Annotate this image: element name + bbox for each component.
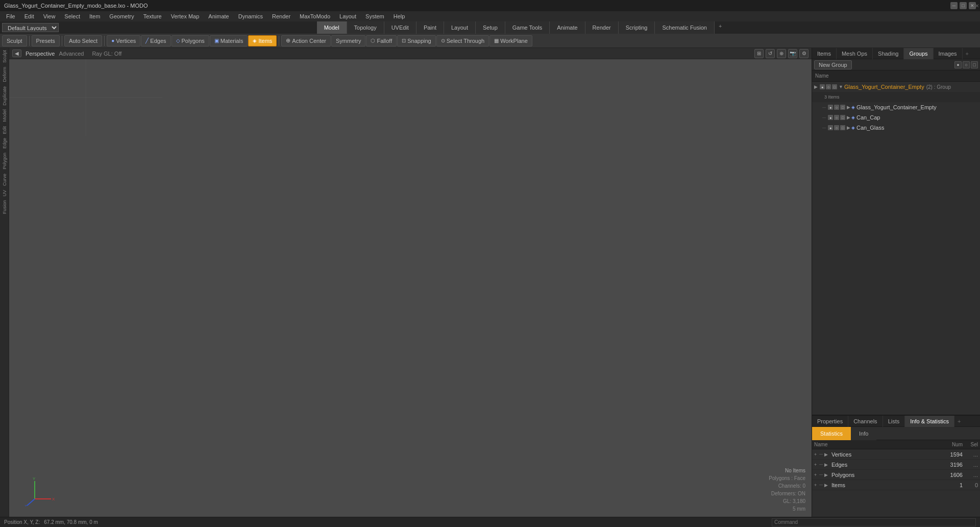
viewport[interactable]: ◀ Perspective Advanced Ray GL: Off ⊞ ↺ ⊕… <box>9 48 812 517</box>
item-vis-g[interactable]: ● <box>828 125 833 130</box>
new-group-button[interactable]: New Group <box>814 60 852 69</box>
menu-edit[interactable]: Edit <box>20 12 38 20</box>
stats-ctrl-e1[interactable]: + <box>814 462 819 467</box>
item-vis-e[interactable]: ○ <box>834 115 839 120</box>
auto-select-button[interactable]: Auto Select <box>64 35 102 46</box>
menu-vertex-map[interactable]: Vertex Map <box>167 12 204 20</box>
maximize-button[interactable]: □ <box>960 2 967 9</box>
lower-tab-add[interactable]: + <box>954 417 964 426</box>
tab-uvedit[interactable]: UVEdit <box>384 21 416 34</box>
menu-file[interactable]: File <box>2 12 19 20</box>
tab-setup[interactable]: Setup <box>476 21 505 34</box>
polygons-button[interactable]: ◇ Polygons <box>172 35 209 46</box>
viewport-nav-prev[interactable]: ◀ <box>12 50 21 57</box>
vis-btn-3[interactable]: □ <box>971 61 978 68</box>
menu-maxtomodo[interactable]: MaxToModo <box>296 12 334 20</box>
viewport-icon-zoom[interactable]: ⊕ <box>777 49 786 58</box>
menu-system[interactable]: System <box>361 12 388 20</box>
item-vis-i[interactable]: □ <box>840 125 845 130</box>
viewport-icon-grid[interactable]: ⊞ <box>754 49 764 58</box>
stats-ctrl-v1[interactable]: + <box>814 452 819 457</box>
command-input[interactable] <box>774 519 973 525</box>
tab-schematic[interactable]: Schematic Fusion <box>655 21 714 34</box>
tab-layout[interactable]: Layout <box>444 21 476 34</box>
stats-row-edges[interactable]: + ─ ▶ Edges 3196 ... <box>812 460 980 470</box>
edges-button[interactable]: ╱ Edges <box>141 35 170 46</box>
sidebar-sculpt[interactable]: Sculpt <box>2 48 7 65</box>
menu-texture[interactable]: Texture <box>139 12 166 20</box>
lower-tab-info-stats[interactable]: Info & Statistics <box>905 416 954 427</box>
item-row-container-empty[interactable]: ─ ● ○ □ ▶ ◈ Glass_Yogurt_Container_Empty <box>812 102 980 112</box>
tab-scripting[interactable]: Scripting <box>619 21 655 34</box>
lower-tab-lists[interactable]: Lists <box>883 416 905 427</box>
layout-select[interactable]: Default Layouts <box>2 23 59 32</box>
snapping-button[interactable]: ⊡ Snapping <box>397 35 436 46</box>
menu-select[interactable]: Select <box>60 12 84 20</box>
sidebar-uv[interactable]: UV <box>2 188 7 199</box>
viewport-icon-settings[interactable]: ⚙ <box>799 49 808 58</box>
symmetry-button[interactable]: Symmetry <box>331 35 366 46</box>
stats-row-items[interactable]: + ─ ▶ Items 1 0 <box>812 480 980 490</box>
right-tab-images[interactable]: Images <box>934 48 963 59</box>
stats-row-vertices[interactable]: + ─ ▶ Vertices 1594 ... <box>812 449 980 460</box>
sidebar-curve[interactable]: Curve <box>2 172 7 188</box>
stats-expand-v1[interactable]: ▶ <box>824 452 830 457</box>
stats-expand-e1[interactable]: ▶ <box>824 462 830 467</box>
tab-paint[interactable]: Paint <box>416 21 444 34</box>
menu-view[interactable]: View <box>39 12 60 20</box>
materials-button[interactable]: ▣ Materials <box>210 35 248 46</box>
stats-ctrl-p1[interactable]: + <box>814 472 819 477</box>
vertices-button[interactable]: ● Vertices <box>107 35 140 46</box>
lower-tab-properties[interactable]: Properties <box>812 416 848 427</box>
tab-model[interactable]: Model <box>317 21 347 34</box>
viewport-icon-camera[interactable]: 📷 <box>788 49 797 58</box>
sidebar-fusion[interactable]: Fusion <box>2 198 7 216</box>
sidebar-edge[interactable]: Edge <box>2 136 7 151</box>
sidebar-duplicate[interactable]: Duplicate <box>2 84 7 108</box>
group-vis-1[interactable]: ● <box>820 84 825 89</box>
menu-animate[interactable]: Animate <box>204 12 233 20</box>
stats-tab-statistics[interactable]: Statistics <box>812 427 851 440</box>
item-vis-b[interactable]: ○ <box>834 105 839 110</box>
tab-topology[interactable]: Topology <box>347 21 384 34</box>
menu-item[interactable]: Item <box>85 12 104 20</box>
falloff-button[interactable]: ⬡ Falloff <box>366 35 397 46</box>
item-row-can-glass[interactable]: ─ ● ○ □ ▶ ◈ Can_Glass <box>812 123 980 133</box>
presets-button[interactable]: Presets <box>32 35 60 46</box>
right-panel-collapse[interactable]: ✕ <box>974 0 980 11</box>
tab-animate[interactable]: Animate <box>550 21 585 34</box>
tab-render[interactable]: Render <box>585 21 619 34</box>
action-center-button[interactable]: ⊕ Action Center <box>281 35 331 46</box>
menu-help[interactable]: Help <box>389 12 409 20</box>
item-vis-c[interactable]: □ <box>840 105 845 110</box>
add-layout-tab[interactable]: + <box>715 21 726 34</box>
group-row-main[interactable]: ▶ ● ○ □ ▼ Glass_Yogurt_Container_Empty (… <box>812 82 980 92</box>
stats-expand-i1[interactable]: ▶ <box>824 483 830 488</box>
stats-tab-info[interactable]: Info <box>851 427 876 440</box>
item-vis-h[interactable]: ○ <box>834 125 839 130</box>
viewport-3d-scene[interactable] <box>9 59 162 136</box>
menu-layout[interactable]: Layout <box>335 12 360 20</box>
item-vis-f[interactable]: □ <box>840 115 845 120</box>
right-tab-add[interactable]: + <box>963 49 972 58</box>
vis-btn-1[interactable]: ● <box>954 61 962 68</box>
item-row-can-cap[interactable]: ─ ● ○ □ ▶ ◈ Can_Cap <box>812 112 980 123</box>
sidebar-deform[interactable]: Deform <box>2 65 7 84</box>
stats-ctrl-i1[interactable]: + <box>814 483 819 488</box>
minimize-button[interactable]: ─ <box>950 2 958 9</box>
workplane-button[interactable]: ▦ WorkPlane <box>489 35 532 46</box>
right-tab-mesh-ops[interactable]: Mesh Ops <box>837 48 873 59</box>
viewport-icon-refresh[interactable]: ↺ <box>766 49 775 58</box>
menu-geometry[interactable]: Geometry <box>105 12 138 20</box>
menu-dynamics[interactable]: Dynamics <box>234 12 267 20</box>
vis-btn-2[interactable]: ○ <box>963 61 970 68</box>
right-tab-shading[interactable]: Shading <box>873 48 904 59</box>
tab-game-tools[interactable]: Game Tools <box>505 21 550 34</box>
sidebar-polygon[interactable]: Polygon <box>2 151 7 172</box>
select-through-button[interactable]: ⊙ Select Through <box>436 35 489 46</box>
group-vis-3[interactable]: □ <box>832 84 837 89</box>
right-tab-items[interactable]: Items <box>812 48 837 59</box>
item-vis-a[interactable]: ● <box>828 105 833 110</box>
sidebar-model[interactable]: Model <box>2 107 7 124</box>
sidebar-edit[interactable]: Edit <box>2 124 7 136</box>
